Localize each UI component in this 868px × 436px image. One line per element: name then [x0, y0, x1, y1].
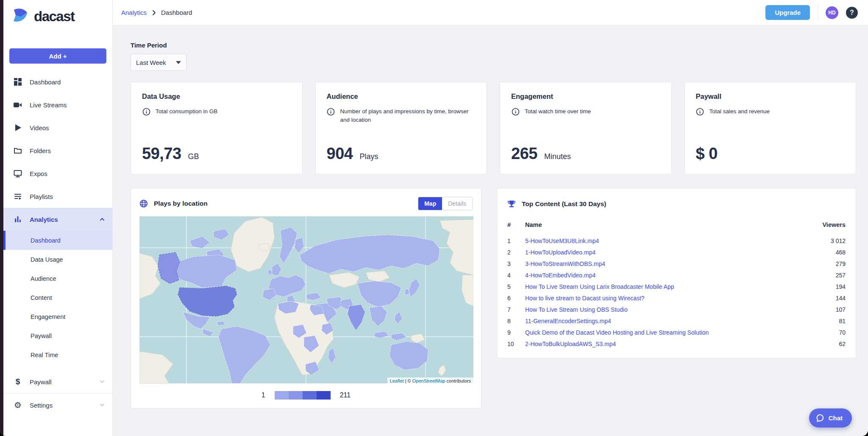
card-description: Number of plays and impressions by time,…: [340, 107, 476, 124]
sidebar-subitem-audience[interactable]: Audience: [3, 269, 112, 288]
world-choropleth-map[interactable]: Leaflet | © OpenStreetMap contributors: [139, 215, 473, 384]
card-description: Total watch time over time: [525, 107, 591, 116]
card-description: Total consumption in GB: [156, 107, 217, 116]
viewers-cell: 62: [807, 341, 846, 347]
help-icon[interactable]: ?: [846, 7, 858, 19]
sidebar-item-label: Playlists: [30, 193, 105, 200]
plays-by-location-card: Plays by location Map Details: [131, 188, 481, 408]
time-period-value: Last Week: [136, 59, 166, 66]
info-icon: [142, 107, 150, 116]
sidebar-item-label: Analytics: [30, 216, 92, 223]
sidebar-item-live-streams[interactable]: Live Streams: [3, 93, 112, 116]
sidebar-item-label: Live Streams: [30, 101, 105, 109]
content-link[interactable]: How To Live Stream Using OBS Studio: [525, 306, 807, 313]
stat-cards-row: Data Usage Total consumption in GB 59,73…: [131, 82, 856, 174]
sidebar-subitem-dashboard[interactable]: Dashboard: [3, 231, 112, 250]
sidebar-subitem-label: Engagement: [31, 313, 65, 320]
legend-color-scale: [275, 391, 331, 400]
sidebar-item-expos[interactable]: Expos: [3, 162, 112, 185]
map-toggle-button[interactable]: Map: [418, 197, 442, 210]
rank-cell: 4: [507, 272, 525, 279]
content-link[interactable]: Quick Demo of the Dacast Video Hosting a…: [525, 329, 807, 336]
main-area: Analytics Dashboard Upgrade HD ? Time Pe…: [113, 0, 868, 436]
sidebar-subitem-label: Content: [31, 294, 52, 301]
gear-icon: ⚙: [14, 401, 22, 409]
sidebar-item-label: Settings: [30, 402, 92, 409]
map-card-title: Plays by location: [154, 200, 208, 207]
sidebar-item-settings[interactable]: ⚙ Settings: [3, 394, 112, 416]
column-header-viewers: Viewers: [807, 221, 846, 228]
top-content-card: Top Content (Last 30 Days) # Name Viewer…: [497, 188, 856, 358]
sidebar-subitem-label: Paywall: [31, 333, 52, 339]
window-edge-strip: [0, 0, 3, 436]
table-row: 6How to live stream to Dacast using Wire…: [507, 292, 846, 304]
table-row: 5How To Live Stream Using Larix Broadcas…: [507, 281, 846, 292]
top-content-table: # Name Viewers 15-HowToUseM3U8Link.mp43 …: [507, 218, 846, 349]
brand-logo[interactable]: dacast: [3, 0, 112, 26]
chevron-up-icon: [100, 217, 105, 222]
viewers-cell: 81: [807, 318, 846, 324]
openstreetmap-link[interactable]: OpenStreetMap: [412, 378, 445, 383]
content-link[interactable]: How To Live Stream Using Larix Broadcast…: [525, 283, 807, 290]
card-unit: GB: [188, 152, 199, 161]
sidebar-subitem-real-time[interactable]: Real Time: [3, 345, 112, 364]
viewers-cell: 3 012: [807, 238, 846, 244]
sidebar-item-folders[interactable]: Folders: [3, 139, 112, 162]
globe-icon: [139, 199, 148, 208]
sidebar-subitem-data-usage[interactable]: Data Usage: [3, 250, 112, 269]
sidebar-item-videos[interactable]: Videos: [3, 116, 112, 139]
card-value: 265: [511, 145, 537, 163]
content-link[interactable]: 5-HowToUseM3U8Link.mp4: [525, 238, 807, 244]
topbar-right: Upgrade HD ?: [765, 5, 858, 21]
topbar-divider: [818, 5, 818, 21]
analytics-bars-icon: [14, 215, 22, 224]
dacast-analytics-dashboard: dacast Add + Dashboard Live Streams Vi: [0, 0, 868, 436]
rank-cell: 7: [507, 306, 525, 313]
time-period-label: Time Period: [131, 42, 856, 49]
table-row: 33-HowToStreamWithOBS.mp4279: [507, 258, 846, 269]
add-button[interactable]: Add +: [9, 48, 106, 64]
dacast-logo-icon: [13, 8, 31, 25]
card-title: Paywall: [696, 92, 845, 101]
content-link[interactable]: 4-HowToEmbedVideo.mp4: [525, 272, 807, 279]
bottom-row: Plays by location Map Details: [131, 188, 856, 408]
leaflet-link[interactable]: Leaflet: [390, 378, 404, 383]
sidebar-subitem-label: Dashboard: [31, 237, 61, 244]
trophy-icon: [507, 200, 516, 208]
chat-button[interactable]: Chat: [809, 408, 852, 428]
rank-cell: 10: [507, 341, 525, 347]
sidebar-subitem-content[interactable]: Content: [3, 288, 112, 307]
attribution-suffix: contributors: [447, 378, 471, 383]
sidebar-item-paywall[interactable]: $ Paywall: [3, 370, 112, 393]
folder-icon: [14, 146, 22, 155]
breadcrumb-analytics-link[interactable]: Analytics: [121, 9, 147, 16]
details-toggle-button[interactable]: Details: [442, 197, 472, 210]
sidebar-item-label: Paywall: [30, 378, 92, 386]
sidebar-item-dashboard[interactable]: Dashboard: [3, 70, 112, 93]
paywall-card: Paywall Total sales and revenue $ 0: [684, 82, 857, 174]
sidebar-subitem-engagement[interactable]: Engagement: [3, 307, 112, 326]
upgrade-button[interactable]: Upgrade: [765, 5, 810, 20]
content-link[interactable]: 1-HowToUploadVideo.mp4: [525, 249, 807, 256]
viewers-cell: 70: [807, 329, 846, 336]
topbar: Analytics Dashboard Upgrade HD ?: [113, 0, 868, 25]
content-link[interactable]: How to live stream to Dacast using Wirec…: [525, 295, 807, 302]
play-icon: [14, 123, 22, 132]
time-period-select[interactable]: Last Week: [131, 54, 186, 71]
sidebar-item-analytics[interactable]: Analytics: [3, 208, 112, 231]
avatar[interactable]: HD: [826, 6, 838, 19]
rank-cell: 2: [507, 249, 525, 256]
content-link[interactable]: 11-GeneralEncoderSettings.mp4: [525, 318, 807, 324]
sidebar-item-playlists[interactable]: Playlists: [3, 185, 112, 208]
sidebar-nav: Dashboard Live Streams Videos Folders: [3, 70, 112, 416]
sidebar: dacast Add + Dashboard Live Streams Vi: [3, 0, 113, 436]
sidebar-item-label: Videos: [30, 124, 105, 131]
rank-cell: 8: [507, 318, 525, 324]
info-icon: [511, 107, 520, 116]
card-title: Engagement: [511, 92, 660, 101]
content-link[interactable]: 2-HowToBulkUploadAWS_S3.mp4: [525, 341, 807, 347]
sidebar-subitem-paywall[interactable]: Paywall: [3, 326, 112, 345]
legend-swatch: [275, 391, 289, 400]
dollar-icon: $: [14, 377, 22, 386]
content-link[interactable]: 3-HowToStreamWithOBS.mp4: [525, 260, 807, 267]
